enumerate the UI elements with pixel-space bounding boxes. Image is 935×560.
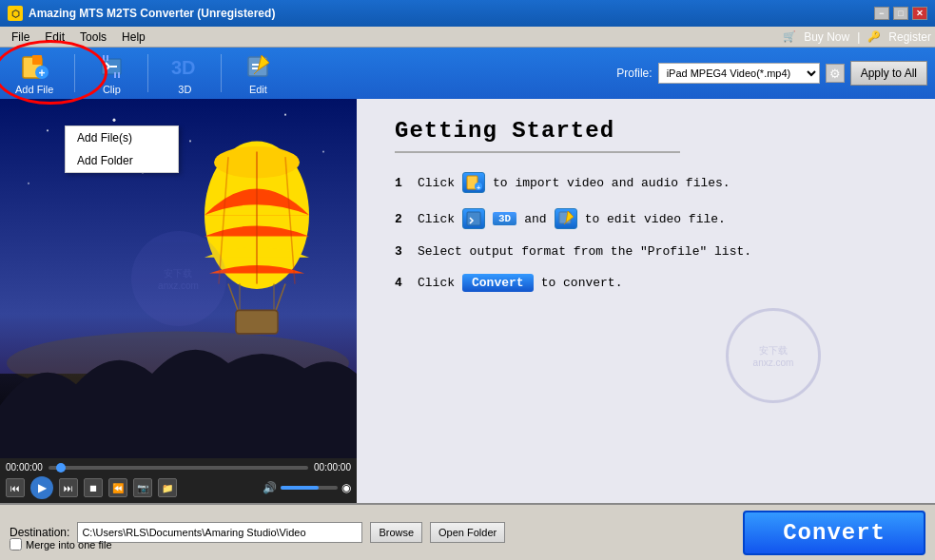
frame-back-button[interactable]: ⏪	[108, 478, 127, 497]
step-3: 3 Select output format from the "Profile…	[395, 244, 897, 259]
svg-text:3D: 3D	[171, 57, 196, 78]
step-1-post: to import video and audio files.	[493, 176, 730, 190]
close-button[interactable]: ✕	[912, 7, 927, 20]
step-2-num: 2	[395, 212, 410, 226]
svg-point-17	[322, 150, 324, 152]
add-file-area: + Add File Add File(s) Add Folder	[8, 48, 61, 99]
time-end: 00:00:00	[314, 462, 351, 473]
edit-button[interactable]: Edit	[235, 48, 281, 99]
merge-checkbox-area: Merge into one file	[10, 538, 112, 550]
convert-button[interactable]: Convert	[743, 511, 925, 555]
minimize-button[interactable]: −	[874, 7, 889, 20]
dropdown-add-folder[interactable]: Add Folder	[66, 149, 178, 172]
step-2-post: to edit video file.	[585, 212, 726, 226]
step-2-and: and	[524, 212, 546, 226]
volume-area: 🔊 ◉	[263, 481, 351, 494]
step-1-pre: Click	[418, 176, 455, 190]
toolbar-separator-3	[221, 54, 222, 92]
stop-button[interactable]: ⏹	[84, 478, 103, 497]
step-1: 1 Click + to import video and audio file…	[395, 172, 897, 193]
3d-label: 3D	[178, 84, 191, 95]
menu-bar: File Edit Tools Help 🛒 Buy Now | 🔑 Regis…	[0, 27, 935, 48]
clip-label: Clip	[103, 84, 121, 95]
step-4-convert-badge: Convert	[462, 274, 534, 292]
svg-point-15	[189, 140, 191, 142]
toolbar-separator-2	[147, 54, 148, 92]
add-file-label: Add File	[15, 84, 53, 95]
top-links: 🛒 Buy Now | 🔑 Register	[783, 30, 931, 44]
folder-button[interactable]: 📁	[158, 478, 177, 497]
profile-area: Profile: iPad MPEG4 Video(*.mp4) ⚙ Apply…	[616, 61, 927, 86]
title-bar: ⬡ Amazing MTS M2TS Converter (Unregister…	[0, 0, 935, 27]
menu-help[interactable]: Help	[114, 29, 153, 46]
time-start: 00:00:00	[6, 462, 43, 473]
edit-icon	[243, 51, 273, 82]
svg-rect-33	[467, 212, 480, 225]
step-3-num: 3	[395, 244, 410, 259]
play-button[interactable]: ▶	[30, 476, 53, 499]
video-controls: 00:00:00 00:00:00 ⏮ ▶ ⏭ ⏹ ⏪ 📷 📁 🔊	[0, 458, 357, 503]
bottom-bar: Destination: Browse Open Folder Merge in…	[0, 503, 935, 560]
step-4: 4 Click Convert to convert.	[395, 274, 897, 292]
watermark: 安下载anxz.com	[122, 222, 236, 336]
step-2: 2 Click 3D and to edit video file.	[395, 208, 897, 229]
edit-label: Edit	[249, 84, 267, 95]
browse-button[interactable]: Browse	[370, 522, 422, 543]
step-2-icon-clip[interactable]	[462, 208, 485, 229]
toolbar: + Add File Add File(s) Add Folder Clip	[0, 48, 935, 99]
progress-bar[interactable]	[49, 466, 308, 470]
profile-label: Profile:	[616, 67, 652, 80]
watermark-overlay: 安下载 anxz.com	[726, 308, 821, 403]
profile-gear-button[interactable]: ⚙	[826, 64, 845, 83]
profile-select[interactable]: iPad MPEG4 Video(*.mp4)	[658, 63, 820, 84]
step-1-num: 1	[395, 176, 410, 190]
volume-bar[interactable]	[281, 486, 338, 490]
menu-edit[interactable]: Edit	[37, 29, 72, 46]
volume-knob[interactable]: ◉	[341, 481, 351, 494]
app-icon: ⬡	[8, 6, 23, 21]
merge-checkbox[interactable]	[10, 538, 22, 550]
svg-point-14	[113, 119, 116, 122]
add-file-button[interactable]: + Add File	[8, 48, 61, 99]
right-panel: Getting Started 1 Click + to import vide…	[357, 99, 935, 503]
clip-button[interactable]: Clip	[88, 48, 134, 99]
window-controls: − □ ✕	[874, 7, 927, 20]
volume-icon: 🔊	[263, 481, 277, 494]
fast-forward-button[interactable]: ⏭	[59, 478, 78, 497]
maximize-button[interactable]: □	[893, 7, 908, 20]
buy-link[interactable]: Buy Now	[804, 30, 849, 44]
svg-text:+: +	[477, 184, 480, 191]
rewind-button[interactable]: ⏮	[6, 478, 25, 497]
dropdown-add-files[interactable]: Add File(s)	[66, 126, 178, 149]
add-file-dropdown: Add File(s) Add Folder	[65, 126, 179, 173]
svg-point-18	[28, 183, 29, 184]
svg-rect-29	[236, 310, 278, 333]
step-2-icon-edit[interactable]	[555, 208, 577, 229]
destination-input[interactable]	[77, 522, 362, 543]
step-4-pre: Click	[418, 276, 455, 290]
register-link[interactable]: Register	[888, 30, 931, 44]
toolbar-separator-1	[74, 54, 75, 92]
svg-rect-1	[32, 55, 42, 65]
merge-label: Merge into one file	[26, 539, 112, 550]
step-1-icon[interactable]: +	[462, 172, 485, 193]
timeline: 00:00:00 00:00:00	[6, 462, 351, 473]
clip-icon	[96, 51, 127, 82]
svg-point-16	[284, 114, 286, 116]
step-2-3d-badge: 3D	[493, 212, 516, 225]
menu-file[interactable]: File	[4, 29, 37, 46]
link-separator: |	[857, 30, 860, 44]
apply-all-button[interactable]: Apply to All	[850, 61, 927, 86]
step-4-num: 4	[395, 276, 410, 290]
3d-button[interactable]: 3D 3D	[162, 48, 207, 99]
open-folder-button[interactable]: Open Folder	[430, 522, 505, 543]
screenshot-button[interactable]: 📷	[133, 478, 152, 497]
step-4-post: to convert.	[541, 276, 623, 290]
progress-thumb[interactable]	[56, 463, 66, 473]
app-title: Amazing MTS M2TS Converter (Unregistered…	[29, 7, 874, 20]
title-underline	[395, 151, 680, 153]
volume-fill	[281, 486, 319, 490]
svg-text:+: +	[39, 67, 46, 80]
menu-tools[interactable]: Tools	[72, 29, 114, 46]
add-file-icon: +	[19, 51, 49, 82]
